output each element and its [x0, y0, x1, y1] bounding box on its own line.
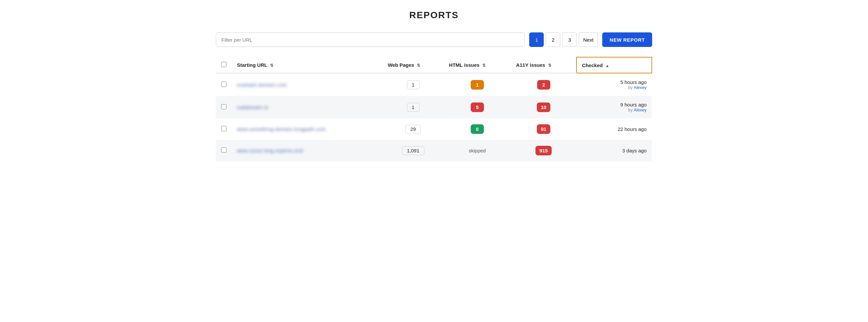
row-checkbox-cell	[216, 96, 232, 118]
page-3-button[interactable]: 3	[562, 32, 577, 47]
row-checked: 3 days ago	[577, 140, 652, 161]
row-url-cell: example.domain.com	[232, 73, 382, 96]
row-checkbox-cell	[216, 140, 232, 161]
row-url[interactable]: www.some.long.explore.end	[237, 148, 303, 153]
row-web-pages: 29	[382, 118, 443, 140]
row-html-issues: 1	[443, 73, 511, 96]
row-checkbox-cell	[216, 73, 232, 96]
row-url[interactable]: example.domain.com	[237, 82, 287, 88]
row-checked: 5 hours agoby Alexey	[577, 73, 652, 96]
web-pages-value: 1,091	[402, 146, 425, 155]
header-html-issues[interactable]: HTML issues ⇅	[443, 57, 511, 73]
row-checkbox[interactable]	[221, 104, 226, 110]
html-issues-value: skipped	[469, 148, 486, 153]
row-url-cell: www.something.domain.longpath.com	[232, 118, 382, 140]
html-issues-value: 0	[471, 124, 484, 134]
row-html-issues: skipped	[443, 140, 511, 161]
checked-by: by Alexey	[582, 85, 647, 90]
toolbar: 1 2 3 Next NEW REPORT	[216, 32, 652, 47]
table-row: example.domain.com1125 hours agoby Alexe…	[216, 73, 652, 96]
url-sort-icon: ⇅	[270, 63, 273, 68]
page-1-button[interactable]: 1	[529, 32, 544, 47]
page-2-button[interactable]: 2	[546, 32, 560, 47]
row-a11y-issues: 2	[511, 73, 577, 96]
checked-by: by Alexey	[582, 108, 647, 112]
header-web-pages[interactable]: Web Pages ⇅	[382, 57, 443, 73]
a11y-issues-sort-icon: ⇅	[548, 63, 551, 68]
row-web-pages: 1	[382, 73, 443, 96]
web-pages-value: 1	[407, 103, 420, 112]
row-checkbox[interactable]	[221, 82, 226, 87]
a11y-issues-value: 10	[537, 103, 550, 112]
checked-sort-icon: ▲	[606, 63, 610, 68]
a11y-issues-value: 915	[535, 146, 552, 155]
web-pages-value: 1	[407, 80, 420, 89]
reports-table: Starting URL ⇅ Web Pages ⇅ HTML issues ⇅…	[216, 57, 652, 161]
header-checked[interactable]: Checked ▲	[577, 57, 652, 73]
row-url-cell: subdomain.io	[232, 96, 382, 118]
new-report-button[interactable]: NEW REPORT	[602, 32, 652, 47]
row-checkbox[interactable]	[221, 126, 226, 131]
row-url[interactable]: www.something.domain.longpath.com	[237, 127, 326, 132]
header-a11y-issues[interactable]: A11Y issues ⇅	[511, 57, 577, 73]
row-web-pages: 1,091	[382, 140, 443, 161]
next-button[interactable]: Next	[579, 32, 598, 47]
header-starting-url[interactable]: Starting URL ⇅	[232, 57, 382, 73]
row-url[interactable]: subdomain.io	[237, 105, 269, 110]
web-pages-value: 29	[405, 125, 421, 134]
page-title: REPORTS	[216, 10, 652, 21]
row-url-cell: www.some.long.explore.end	[232, 140, 382, 161]
row-checked: 22 hours ago	[577, 118, 652, 140]
html-issues-sort-icon: ⇅	[482, 63, 486, 68]
checked-time: 5 hours ago	[582, 79, 647, 85]
row-html-issues: 5	[443, 96, 511, 118]
row-a11y-issues: 915	[511, 140, 577, 161]
checked-time: 3 days ago	[582, 148, 647, 153]
checked-by-link[interactable]: Alexey	[633, 85, 647, 90]
filter-input[interactable]	[216, 32, 525, 47]
row-checkbox-cell	[216, 118, 232, 140]
checked-time: 9 hours ago	[582, 102, 647, 108]
table-row: www.something.domain.longpath.com2909122…	[216, 118, 652, 140]
a11y-issues-value: 91	[537, 124, 550, 134]
a11y-issues-value: 2	[537, 80, 550, 90]
table-row: subdomain.io15109 hours agoby Alexey	[216, 96, 652, 118]
table-row: www.some.long.explore.end1,091skipped915…	[216, 140, 652, 161]
row-html-issues: 0	[443, 118, 511, 140]
html-issues-value: 5	[471, 103, 484, 112]
html-issues-value: 1	[471, 80, 484, 90]
select-all-checkbox[interactable]	[221, 62, 226, 67]
checked-time: 22 hours ago	[582, 126, 647, 132]
checked-by-link[interactable]: Alexey	[633, 108, 647, 112]
header-checkbox-cell	[216, 57, 232, 73]
row-checked: 9 hours agoby Alexey	[577, 96, 652, 118]
row-checkbox[interactable]	[221, 147, 226, 153]
table-header-row: Starting URL ⇅ Web Pages ⇅ HTML issues ⇅…	[216, 57, 652, 73]
row-web-pages: 1	[382, 96, 443, 118]
web-pages-sort-icon: ⇅	[417, 63, 420, 68]
row-a11y-issues: 10	[511, 96, 577, 118]
pagination: 1 2 3 Next	[529, 32, 598, 47]
row-a11y-issues: 91	[511, 118, 577, 140]
